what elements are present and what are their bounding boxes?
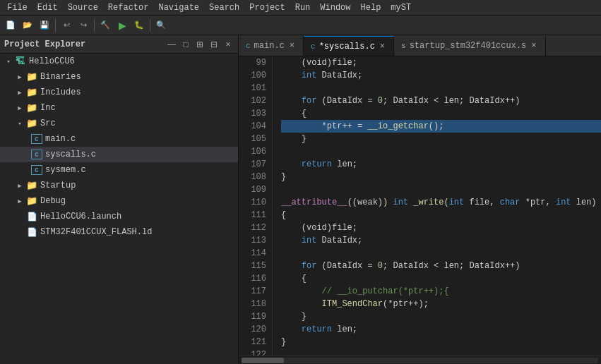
tree-label-ld: STM32F401CCUX_FLASH.ld — [40, 227, 152, 237]
tree-item-ld[interactable]: 📄 STM32F401CCUX_FLASH.ld — [0, 224, 238, 240]
sidebar-title: Project Explorer — [4, 40, 163, 49]
tree-label-sysmem-c: sysmem.c — [45, 165, 86, 175]
sidebar-maximize-button[interactable]: □ — [180, 39, 191, 50]
menu-source[interactable]: Source — [64, 1, 102, 14]
redo-button[interactable]: ↪ — [76, 18, 91, 32]
sidebar: Project Explorer — □ ⊞ ⊟ × ▾ 🏗 HelloCCU6… — [0, 35, 239, 364]
tree-item-helloccu6[interactable]: ▾ 🏗 HelloCCU6 — [0, 54, 238, 69]
undo-button[interactable]: ↩ — [59, 18, 74, 32]
tab-label-startup-s: startup_stm32f401ccux.s — [410, 41, 527, 51]
tree-item-syscalls-c[interactable]: c syscalls.c — [0, 147, 238, 162]
folder-icon-debug: 📁 — [25, 195, 38, 207]
tab-label-syscalls-c: *syscalls.c — [319, 42, 375, 51]
code-line-121[interactable]: } — [281, 336, 601, 348]
tab-syscalls-c[interactable]: c *syscalls.c × — [304, 36, 394, 56]
code-line-99[interactable]: (void)file; — [281, 56, 601, 69]
tree-label-syscalls-c: syscalls.c — [45, 150, 96, 159]
code-line-109[interactable] — [281, 183, 601, 196]
tree-arrow-startup: ▶ — [14, 182, 25, 190]
toolbar-sep-3 — [150, 19, 150, 32]
debug-button[interactable]: 🐛 — [131, 18, 147, 32]
code-line-110[interactable]: __attribute__((weak)) int _write(int fil… — [281, 196, 601, 209]
code-line-111[interactable]: { — [281, 209, 601, 222]
line-numbers: 9910010110210310410510610710810911011111… — [239, 56, 273, 356]
menu-refactor[interactable]: Refactor — [104, 1, 153, 14]
code-line-122[interactable] — [281, 348, 601, 356]
code-line-102[interactable]: for (DataIdx = 0; DataIdx < len; DataIdx… — [281, 95, 601, 107]
menu-edit[interactable]: Edit — [33, 1, 62, 14]
tree-arrow-binaries: ▶ — [14, 73, 25, 81]
run-button[interactable]: ▶ — [114, 18, 130, 32]
code-line-107[interactable]: return len; — [281, 158, 601, 171]
menu-window[interactable]: Window — [316, 1, 355, 14]
tree-item-includes[interactable]: ▶ 📁 Includes — [0, 85, 238, 100]
c-file-icon-main: c — [31, 134, 42, 144]
code-line-100[interactable]: int DataIdx; — [281, 69, 601, 82]
horizontal-scrollbar[interactable] — [242, 358, 598, 363]
toolbar-sep-2 — [94, 19, 95, 32]
new-button[interactable]: 📄 — [3, 18, 18, 32]
folder-icon-includes: 📁 — [25, 86, 38, 99]
tree-item-src[interactable]: ▾ 📁 Src — [0, 116, 238, 131]
sidebar-collapse-button[interactable]: ⊟ — [208, 39, 220, 50]
code-line-103[interactable]: { — [281, 107, 601, 120]
bottom-scrollbar[interactable] — [239, 356, 601, 364]
tab-startup-s[interactable]: s startup_stm32f401ccux.s × — [394, 36, 545, 56]
tab-close-syscalls-c[interactable]: × — [379, 42, 386, 51]
tree-item-launch[interactable]: 📄 HelloCCU6.launch — [0, 209, 238, 224]
tab-bar: c main.c × c *syscalls.c × s startup_stm… — [239, 35, 601, 56]
folder-icon-inc: 📁 — [25, 102, 38, 114]
tree-item-main-c[interactable]: c main.c — [0, 131, 238, 147]
build-button[interactable]: 🔨 — [97, 18, 113, 32]
menu-run[interactable]: Run — [291, 1, 315, 14]
code-line-108[interactable]: } — [281, 171, 601, 183]
menu-project[interactable]: Project — [245, 1, 289, 14]
sidebar-header: Project Explorer — □ ⊞ ⊟ × — [0, 35, 238, 54]
menu-navigate[interactable]: Navigate — [154, 1, 203, 14]
code-editor: 9910010110210310410510610710810911011111… — [239, 56, 601, 356]
main-layout: Project Explorer — □ ⊞ ⊟ × ▾ 🏗 HelloCCU6… — [0, 35, 601, 364]
tree-item-sysmem-c[interactable]: c sysmem.c — [0, 162, 238, 178]
tab-main-c[interactable]: c main.c × — [239, 36, 304, 56]
tab-close-startup-s[interactable]: × — [530, 41, 537, 51]
sidebar-close-button[interactable]: × — [222, 39, 234, 50]
save-button[interactable]: 💾 — [37, 18, 52, 32]
code-line-117[interactable]: // __io_putchar(*ptr++);{ — [281, 285, 601, 298]
tree-item-debug[interactable]: ▶ 📁 Debug — [0, 193, 238, 209]
menu-file[interactable]: File — [3, 1, 32, 14]
code-line-105[interactable]: } — [281, 133, 601, 145]
code-line-113[interactable]: int DataIdx; — [281, 234, 601, 247]
sidebar-tree: ▾ 🏗 HelloCCU6 ▶ 📁 Binaries ▶ 📁 Includes … — [0, 54, 238, 364]
search-toolbar-button[interactable]: 🔍 — [153, 18, 169, 32]
c-file-icon-sysmem: c — [31, 165, 42, 175]
sidebar-minimize-button[interactable]: — — [166, 39, 177, 50]
code-line-118[interactable]: ITM_SendChar(*ptr++); — [281, 298, 601, 310]
project-icon: 🏗 — [14, 55, 27, 68]
menu-search[interactable]: Search — [205, 1, 244, 14]
code-line-115[interactable]: for (DataIdx = 0; DataIdx < len; DataIdx… — [281, 260, 601, 272]
tab-icon-syscalls-c: c — [311, 42, 316, 51]
menu-help[interactable]: Help — [357, 1, 386, 14]
code-line-104[interactable]: *ptr++ = __io_getchar(); — [281, 120, 601, 133]
code-line-106[interactable] — [281, 145, 601, 158]
sidebar-filter-button[interactable]: ⊞ — [194, 39, 206, 50]
code-line-112[interactable]: (void)file; — [281, 222, 601, 234]
tree-arrow-debug: ▶ — [14, 198, 25, 205]
code-line-114[interactable] — [281, 247, 601, 260]
tab-icon-startup-s: s — [401, 42, 406, 50]
code-line-119[interactable]: } — [281, 310, 601, 323]
tab-label-main-c: main.c — [254, 41, 285, 51]
tree-label-helloccu6: HelloCCU6 — [29, 56, 75, 66]
tab-close-main-c[interactable]: × — [288, 41, 296, 51]
code-line-101[interactable] — [281, 82, 601, 95]
menu-myst[interactable]: myST — [386, 1, 415, 14]
toolbar-sep-1 — [55, 19, 56, 32]
code-line-120[interactable]: return len; — [281, 323, 601, 336]
code-line-116[interactable]: { — [281, 272, 601, 285]
scrollbar-thumb[interactable] — [242, 358, 284, 363]
tree-item-binaries[interactable]: ▶ 📁 Binaries — [0, 69, 238, 85]
open-button[interactable]: 📂 — [20, 18, 35, 32]
tree-item-startup[interactable]: ▶ 📁 Startup — [0, 178, 238, 193]
tree-item-inc[interactable]: ▶ 📁 Inc — [0, 100, 238, 116]
code-content[interactable]: (void)file; int DataIdx; for (DataIdx = … — [273, 56, 601, 356]
